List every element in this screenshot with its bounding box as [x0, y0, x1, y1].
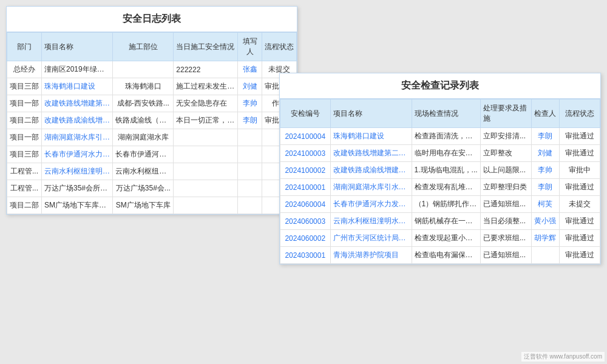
id-cell[interactable]: 2024030001: [280, 247, 331, 264]
writer-cell: [238, 146, 262, 163]
safety-log-header-row: 部门 项目名称 施工部位 当日施工安全情况 填写人 流程状态: [7, 33, 297, 61]
safety-cell: 222222: [174, 61, 238, 78]
col-r-measure: 处理要求及措施: [481, 99, 532, 128]
site-cell: 云南水利枢纽潼...: [113, 163, 174, 180]
safety-check-title: 安全检查记录列表: [280, 73, 600, 99]
dept-cell: 工程管...: [7, 180, 42, 197]
col-safety: 当日施工安全情况: [174, 33, 238, 61]
id-cell[interactable]: 2024060004: [280, 196, 331, 213]
safety-cell: 施工过程未发生安全事故...: [174, 78, 238, 95]
col-id: 安检编号: [280, 99, 331, 128]
site-cell: 检查发现有乱堆放...: [412, 179, 480, 196]
table-row: 项目二部SM广场地下车库更换摄...SM广场地下车库: [7, 197, 297, 214]
table-row: 2024060003云南水利枢纽潼明水库...钢筋机械存在一闸...当日必须整.…: [280, 213, 600, 230]
site-cell: 临时用电存在安全...: [412, 145, 480, 162]
site-cell: 铁路成渝线（成...: [113, 112, 174, 129]
project-cell[interactable]: 改建铁路线增建第二线...: [330, 145, 412, 162]
safety-cell: [174, 197, 238, 214]
inspector-cell[interactable]: 李朗: [531, 179, 559, 196]
writer-cell: [238, 129, 262, 146]
col-status: 流程状态: [262, 33, 296, 61]
site-cell: 检查路面清洗，路...: [412, 128, 480, 145]
table-row: 2024100002改建铁路成渝线增建第...1.现场临电混乱，...以上问题限…: [280, 162, 600, 179]
writer-cell[interactable]: 李帅: [238, 95, 262, 112]
writer-cell[interactable]: 张鑫: [238, 61, 262, 78]
site-cell: 湖南洞庭湖水库: [113, 129, 174, 146]
table-row: 项目三部长春市伊通河水力发电厂...长春市伊通河水...: [7, 146, 297, 163]
measure-cell: 立即安排清...: [481, 128, 532, 145]
inspector-cell[interactable]: 李朗: [531, 128, 559, 145]
dept-cell: 项目二部: [7, 197, 42, 214]
table-row: 项目一部改建铁路线增建第二线直...成都-西安铁路...无安全隐患存在李帅作废: [7, 95, 297, 112]
status-cell: 审批通过: [559, 128, 600, 145]
writer-cell: [238, 180, 262, 197]
status-cell: 审批通过: [559, 230, 600, 247]
col-r-project: 项目名称: [330, 99, 412, 128]
measure-cell: 立即整改: [481, 145, 532, 162]
measure-cell: 已通知班组...: [481, 196, 532, 213]
col-dept: 部门: [7, 33, 42, 61]
project-cell[interactable]: 青海洪湖养护院项目: [330, 247, 412, 264]
project-cell[interactable]: 云南水利枢纽潼明水库...: [330, 213, 412, 230]
project-cell[interactable]: 湖南洞庭湖水库引水工...: [330, 179, 412, 196]
status-cell: 审批中: [559, 162, 600, 179]
safety-log-table: 部门 项目名称 施工部位 当日施工安全情况 填写人 流程状态 总经办潼南区201…: [7, 32, 297, 214]
table-row: 总经办潼南区2019年绿化补贴项...222222张鑫未提交: [7, 61, 297, 78]
table-row: 项目一部湖南洞庭湖水库引水工程...湖南洞庭湖水库: [7, 129, 297, 146]
project-cell[interactable]: 长春市伊通河水力发电厂...: [42, 146, 113, 163]
id-cell[interactable]: 2024100002: [280, 162, 331, 179]
status-cell: 审批通过: [559, 247, 600, 264]
inspector-cell[interactable]: 柯芙: [531, 196, 559, 213]
id-cell[interactable]: 2024060002: [280, 230, 331, 247]
project-cell[interactable]: 改建铁路线增建第二线直...: [42, 95, 113, 112]
project-cell: 潼南区2019年绿化补贴项...: [42, 61, 113, 78]
site-cell: （1）钢筋绑扎作业...: [412, 196, 480, 213]
measure-cell: 当日必须整...: [481, 213, 532, 230]
inspector-cell[interactable]: 李帅: [531, 162, 559, 179]
project-cell[interactable]: 广州市天河区统计局机...: [330, 230, 412, 247]
measure-cell: 已通知班组...: [481, 247, 532, 264]
project-cell: 万达广场35#会所及咖啡...: [42, 180, 113, 197]
site-cell: 检查发现起重小物...: [412, 230, 480, 247]
id-cell[interactable]: 2024060003: [280, 213, 331, 230]
site-cell: 珠海鹤港口: [113, 78, 174, 95]
safety-cell: [174, 180, 238, 197]
project-cell[interactable]: 湖南洞庭湖水库引水工程...: [42, 129, 113, 146]
site-cell: 成都-西安铁路...: [113, 95, 174, 112]
col-r-status: 流程状态: [559, 99, 600, 128]
id-cell[interactable]: 2024100003: [280, 145, 331, 162]
safety-cell: 本日一切正常，无事故发...: [174, 112, 238, 129]
inspector-cell[interactable]: 胡学辉: [531, 230, 559, 247]
table-row: 项目三部珠海鹤港口建设珠海鹤港口施工过程未发生安全事故...刘健审批通过: [7, 78, 297, 95]
table-row: 工程管...万达广场35#会所及咖啡...万达广场35#会...: [7, 180, 297, 197]
project-cell[interactable]: 珠海鹤港口建设: [330, 128, 412, 145]
safety-log-title: 安全日志列表: [7, 7, 297, 32]
col-site: 施工部位: [113, 33, 174, 61]
writer-cell[interactable]: 李朗: [238, 112, 262, 129]
site-cell: SM广场地下车库: [113, 197, 174, 214]
id-cell[interactable]: 2024100001: [280, 179, 331, 196]
col-r-site: 现场检查情况: [412, 99, 480, 128]
id-cell[interactable]: 2024100004: [280, 128, 331, 145]
project-cell[interactable]: 珠海鹤港口建设: [42, 78, 113, 95]
writer-cell[interactable]: 刘健: [238, 78, 262, 95]
inspector-cell[interactable]: 黄小强: [531, 213, 559, 230]
dept-cell: 工程管...: [7, 163, 42, 180]
table-row: 2024060004长春市伊通河水力发电...（1）钢筋绑扎作业...已通知班组…: [280, 196, 600, 213]
project-cell[interactable]: 长春市伊通河水力发电...: [330, 196, 412, 213]
status-cell: 未提交: [559, 196, 600, 213]
dept-cell: 项目二部: [7, 112, 42, 129]
safety-cell: [174, 129, 238, 146]
project-cell[interactable]: 改建铁路成渝线增建第...: [330, 162, 412, 179]
table-row: 2024100004珠海鹤港口建设检查路面清洗，路...立即安排清...李朗审批…: [280, 128, 600, 145]
inspector-cell[interactable]: 刘健: [531, 145, 559, 162]
project-cell[interactable]: 改建铁路成渝线增建第二...: [42, 112, 113, 129]
status-cell: 审批通过: [559, 179, 600, 196]
project-cell[interactable]: 云南水利枢纽潼明水库一...: [42, 163, 113, 180]
dept-cell: 总经办: [7, 61, 42, 78]
safety-log-panel: 安全日志列表 部门 项目名称 施工部位 当日施工安全情况 填写人 流程状态 总经…: [6, 6, 297, 215]
dept-cell: 项目三部: [7, 78, 42, 95]
status-cell: 审批通过: [559, 145, 600, 162]
site-cell: 长春市伊通河水...: [113, 146, 174, 163]
site-cell: 万达广场35#会...: [113, 180, 174, 197]
